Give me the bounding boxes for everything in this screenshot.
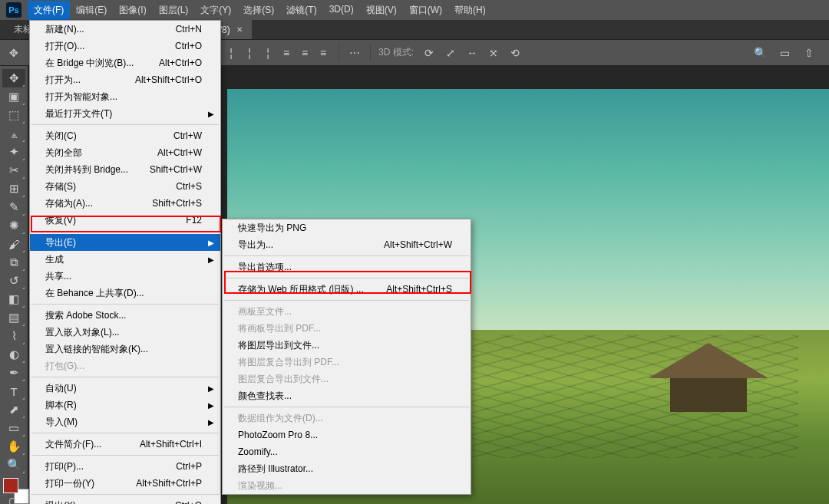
3d-slide-icon[interactable]: ↔ <box>464 45 480 61</box>
menuitem-置入嵌入对象l[interactable]: 置入嵌入对象(L)... <box>30 324 220 341</box>
3d-scale-icon[interactable]: ⤧ <box>486 45 501 61</box>
tool-artboard[interactable]: ▣ <box>2 87 25 106</box>
menuitem-label: 将图层导出到文件... <box>238 339 319 352</box>
menuitem-关闭并转到bridge[interactable]: 关闭并转到 Bridge...Shift+Ctrl+W <box>30 161 220 178</box>
menuitem-photozoompro8[interactable]: PhotoZoom Pro 8... <box>223 427 471 443</box>
tool-history-brush[interactable]: ↺ <box>2 272 25 290</box>
dist-h1-icon[interactable]: ¦ <box>223 45 239 61</box>
menu-窗口(w)[interactable]: 窗口(W) <box>403 1 448 20</box>
menuitem-最近打开文件t[interactable]: 最近打开文件(T)▶ <box>30 105 220 122</box>
tool-blur[interactable]: ⌇ <box>2 327 25 345</box>
menuitem-打开o[interactable]: 打开(O)...Ctrl+O <box>30 38 220 54</box>
menuitem-导入m[interactable]: 导入(M)▶ <box>30 413 220 430</box>
menuitem-导出e[interactable]: 导出(E)▶ <box>30 234 220 251</box>
menuitem-label: 文件简介(F)... <box>45 438 101 451</box>
tool-rectangle[interactable]: ▭ <box>2 419 25 437</box>
menuitem-共享[interactable]: 共享... <box>30 268 220 285</box>
dist-h3-icon[interactable]: ¦ <box>260 45 276 61</box>
menuitem-退出x[interactable]: 退出(X)Ctrl+Q <box>30 497 220 504</box>
tool-hand[interactable]: ✋ <box>2 437 25 456</box>
menu-图层(l)[interactable]: 图层(L) <box>153 1 195 20</box>
menuitem-shortcut: Shift+Ctrl+W <box>134 164 202 175</box>
menuitem-打开为[interactable]: 打开为...Alt+Shift+Ctrl+O <box>30 71 220 88</box>
tool-spot-heal[interactable]: ✺ <box>2 216 25 235</box>
menu-帮助(h)[interactable]: 帮助(H) <box>448 1 492 20</box>
move-tool-preset-icon[interactable]: ✥ <box>6 45 21 61</box>
tool-eraser[interactable]: ◧ <box>2 290 25 308</box>
menuitem-自动u[interactable]: 自动(U)▶ <box>30 380 220 397</box>
dist-v2-icon[interactable]: ≡ <box>297 45 312 61</box>
tool-lasso[interactable]: ⟁ <box>2 124 25 143</box>
menuitem-打开为智能对象[interactable]: 打开为智能对象... <box>30 88 220 105</box>
dist-v3-icon[interactable]: ≡ <box>315 45 331 61</box>
search-icon[interactable]: 🔍 <box>752 45 768 61</box>
tool-move[interactable]: ✥ <box>2 69 25 87</box>
menuitem-导出首选项[interactable]: 导出首选项... <box>223 259 471 275</box>
menuitem-zoomify[interactable]: Zoomify... <box>223 443 471 460</box>
tool-type[interactable]: T <box>2 382 25 400</box>
menuitem-关闭全部[interactable]: 关闭全部Alt+Ctrl+W <box>30 144 220 161</box>
dist-v1-icon[interactable]: ≡ <box>279 45 294 61</box>
mode-3d-label: 3D 模式: <box>378 46 414 59</box>
hut-roof <box>649 343 768 378</box>
menuitem-导出为[interactable]: 导出为...Alt+Shift+Ctrl+W <box>223 236 471 253</box>
tool-brush[interactable]: 🖌 <box>2 235 25 253</box>
menuitem-路径到illustrator[interactable]: 路径到 Illustrator... <box>223 460 471 477</box>
menuitem-生成[interactable]: 生成▶ <box>30 251 220 268</box>
menuitem-脚本r[interactable]: 脚本(R)▶ <box>30 397 220 413</box>
menuitem-存储s[interactable]: 存储(S)Ctrl+S <box>30 178 220 195</box>
menuitem-label: 自动(U) <box>45 382 77 395</box>
separator <box>339 44 339 61</box>
close-icon[interactable]: ✕ <box>236 25 243 34</box>
menuitem-关闭c[interactable]: 关闭(C)Ctrl+W <box>30 127 220 144</box>
3d-rotate-icon[interactable]: ⟲ <box>507 45 523 61</box>
foreground-color-swatch[interactable] <box>3 478 18 493</box>
menuitem-label: 打印一份(Y) <box>45 477 94 490</box>
tool-zoom[interactable]: 🔍 <box>2 456 25 474</box>
menu-文字(y)[interactable]: 文字(Y) <box>194 1 237 20</box>
tool-eyedropper[interactable]: ✎ <box>2 198 25 216</box>
overflow-icon[interactable]: ⋯ <box>347 45 362 61</box>
dist-h2-icon[interactable]: ¦ <box>242 45 257 61</box>
menuitem-打包g: 打包(G)... <box>30 357 220 374</box>
menu-选择(s)[interactable]: 选择(S) <box>237 1 280 20</box>
tool-quick-select[interactable]: ✦ <box>2 143 25 161</box>
tool-clone[interactable]: ⧉ <box>2 253 25 272</box>
menuitem-搜索adobestock[interactable]: 搜索 Adobe Stock... <box>30 307 220 324</box>
menuitem-label: 将画板导出到 PDF... <box>238 322 321 335</box>
menuitem-快速导出为png[interactable]: 快速导出为 PNG <box>223 219 471 236</box>
menu-编辑(e)[interactable]: 编辑(E) <box>70 1 113 20</box>
menu-文件(f)[interactable]: 文件(F) <box>28 1 70 20</box>
tool-dodge[interactable]: ◐ <box>2 345 25 364</box>
frame-icon[interactable]: ▭ <box>777 45 792 61</box>
menuitem-新建n[interactable]: 新建(N)...Ctrl+N <box>30 21 220 38</box>
3d-pan-icon[interactable]: ⤢ <box>443 45 458 61</box>
menu-separator <box>31 377 219 377</box>
menuitem-shortcut: Alt+Shift+Ctrl+I <box>124 439 202 450</box>
tool-crop[interactable]: ✂ <box>2 161 25 180</box>
menu-滤镜(t)[interactable]: 滤镜(T) <box>280 1 322 20</box>
color-swatches[interactable] <box>3 478 25 499</box>
menuitem-存储为a[interactable]: 存储为(A)...Shift+Ctrl+S <box>30 195 220 212</box>
menuitem-颜色查找表[interactable]: 颜色查找表... <box>223 387 471 404</box>
menuitem-存储为web所用格式旧版[interactable]: 存储为 Web 所用格式 (旧版) ...Alt+Shift+Ctrl+S <box>223 281 471 298</box>
menuitem-置入链接的智能对象k[interactable]: 置入链接的智能对象(K)... <box>30 341 220 357</box>
share-icon[interactable]: ⇧ <box>801 45 817 61</box>
tool-pen[interactable]: ✒ <box>2 364 25 382</box>
menuitem-文件简介f[interactable]: 文件简介(F)...Alt+Shift+Ctrl+I <box>30 436 220 453</box>
tool-gradient[interactable]: ▤ <box>2 308 25 327</box>
menuitem-打印一份y[interactable]: 打印一份(Y)Alt+Shift+Ctrl+P <box>30 475 220 492</box>
menu-3d(d)[interactable]: 3D(D) <box>323 1 360 20</box>
menuitem-恢复v[interactable]: 恢复(V)F12 <box>30 212 220 229</box>
menuitem-在behance上共享d[interactable]: 在 Behance 上共享(D)... <box>30 285 220 301</box>
menuitem-在bridge中浏览b[interactable]: 在 Bridge 中浏览(B)...Alt+Ctrl+O <box>30 54 220 71</box>
menuitem-打印p[interactable]: 打印(P)...Ctrl+P <box>30 458 220 475</box>
tool-frame[interactable]: ⊞ <box>2 180 25 198</box>
3d-orbit-icon[interactable]: ⟳ <box>421 45 437 61</box>
menu-图像(i)[interactable]: 图像(I) <box>113 1 152 20</box>
tool-path-select[interactable]: ⬈ <box>2 400 25 419</box>
menu-视图(v)[interactable]: 视图(V) <box>360 1 403 20</box>
tool-marquee[interactable]: ⬚ <box>2 106 25 124</box>
3d-mode-group: ⟳ ⤢ ↔ ⤧ ⟲ <box>421 45 523 61</box>
menuitem-将图层导出到文件[interactable]: 将图层导出到文件... <box>223 337 471 354</box>
